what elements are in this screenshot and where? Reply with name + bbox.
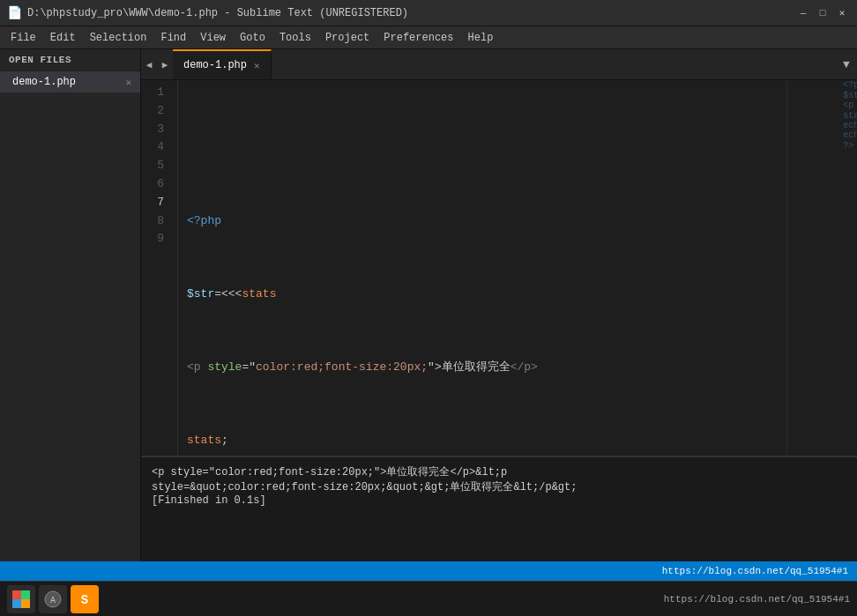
taskbar-url: https://blog.csdn.net/qq_51954#1 [664, 594, 850, 605]
svg-rect-3 [21, 599, 30, 608]
menu-preferences[interactable]: Preferences [376, 30, 460, 46]
icon2-svg: A [42, 589, 63, 610]
line-num-7: 7 [141, 194, 168, 212]
minimap: <?php $str=<<<stats <p style> stats; ech… [786, 80, 857, 456]
editor-area: ◀ ▶ demo-1.php ✕ ▼ 1 2 3 4 5 6 7 8 9 [141, 49, 857, 561]
code-line-5: stats; [187, 432, 786, 450]
code-editor[interactable]: 1 2 3 4 5 6 7 8 9 <?php $str=<<<stats <p… [141, 80, 857, 456]
line-num-5: 5 [141, 157, 168, 175]
menu-tools[interactable]: Tools [272, 30, 318, 46]
output-panel: <p style="color:red;font-size:20px;">单位取… [141, 456, 857, 561]
status-right: https://blog.csdn.net/qq_51954#1 [662, 566, 848, 576]
line-num-4: 4 [141, 138, 168, 157]
maximize-button[interactable]: □ [815, 5, 831, 21]
tab-nav-left-button[interactable]: ◀ [141, 49, 157, 79]
tab-demo1[interactable]: demo-1.php ✕ [173, 49, 272, 79]
sublime-icon-svg: S [74, 589, 95, 610]
code-line-3: $str=<<<stats [187, 286, 786, 304]
window-controls: — □ ✕ [795, 5, 850, 21]
line-num-1: 1 [141, 84, 168, 102]
menu-view[interactable]: View [193, 30, 233, 46]
menu-selection[interactable]: Selection [83, 30, 154, 46]
close-button[interactable]: ✕ [834, 5, 850, 21]
taskbar-icon-2[interactable]: A [39, 585, 67, 613]
taskbar-icons: A S [7, 585, 99, 613]
line-numbers: 1 2 3 4 5 6 7 8 9 [141, 80, 178, 456]
line-num-3: 3 [141, 121, 168, 139]
status-url: https://blog.csdn.net/qq_51954#1 [662, 566, 848, 576]
file-name: demo-1.php [12, 76, 76, 88]
menu-goto[interactable]: Goto [233, 30, 272, 46]
code-line-2: <?php [187, 212, 786, 231]
svg-text:A: A [50, 596, 56, 605]
main-area: OPEN FILES demo-1.php ✕ ◀ ▶ demo-1.php ✕… [0, 49, 857, 561]
line-num-9: 9 [141, 230, 168, 249]
svg-text:S: S [81, 593, 88, 607]
status-bar: https://blog.csdn.net/qq_51954#1 [0, 561, 857, 581]
minimap-content: <?php $str=<<<stats <p style> stats; ech… [843, 80, 857, 151]
title-bar: 📄 D:\phpstudy_pro\WWW\demo-1.php - Subli… [0, 0, 857, 26]
line-num-6: 6 [141, 175, 168, 194]
code-line-4: <p style="color:red;font-size:20px;">单位取… [187, 359, 786, 377]
sidebar-files: demo-1.php ✕ [0, 71, 140, 561]
app-icon: 📄 [7, 5, 22, 20]
svg-rect-0 [12, 590, 21, 599]
sidebar: OPEN FILES demo-1.php ✕ [0, 49, 141, 561]
sidebar-title: OPEN FILES [0, 49, 140, 71]
tab-nav-right-button[interactable]: ▶ [157, 49, 173, 79]
window-title: D:\phpstudy_pro\WWW\demo-1.php - Sublime… [27, 7, 795, 19]
svg-rect-2 [12, 599, 21, 608]
menu-project[interactable]: Project [318, 30, 376, 46]
tab-dropdown-button[interactable]: ▼ [836, 49, 857, 79]
icon1-svg [11, 589, 32, 610]
taskbar: A S https://blog.csdn.net/qq_51954#1 [0, 581, 857, 616]
taskbar-right: https://blog.csdn.net/qq_51954#1 [664, 594, 850, 605]
menu-find[interactable]: Find [153, 30, 193, 46]
tab-close-icon[interactable]: ✕ [252, 59, 262, 72]
menu-help[interactable]: Help [461, 30, 501, 46]
menu-file[interactable]: File [4, 30, 43, 46]
code-content[interactable]: <?php $str=<<<stats <p style="color:red;… [178, 80, 786, 456]
line-num-2: 2 [141, 102, 168, 121]
sidebar-file-item[interactable]: demo-1.php ✕ [0, 71, 140, 93]
menu-bar: File Edit Selection Find View Goto Tools… [0, 26, 857, 49]
minimize-button[interactable]: — [795, 5, 811, 21]
tab-bar: ◀ ▶ demo-1.php ✕ ▼ [141, 49, 857, 80]
svg-rect-1 [21, 590, 30, 599]
code-line-1 [187, 138, 786, 157]
tab-label: demo-1.php [183, 59, 247, 71]
taskbar-icon-sublime[interactable]: S [71, 585, 99, 613]
menu-edit[interactable]: Edit [43, 30, 83, 46]
file-close-icon[interactable]: ✕ [125, 77, 131, 88]
line-num-8: 8 [141, 212, 168, 231]
taskbar-icon-1[interactable] [7, 585, 35, 613]
